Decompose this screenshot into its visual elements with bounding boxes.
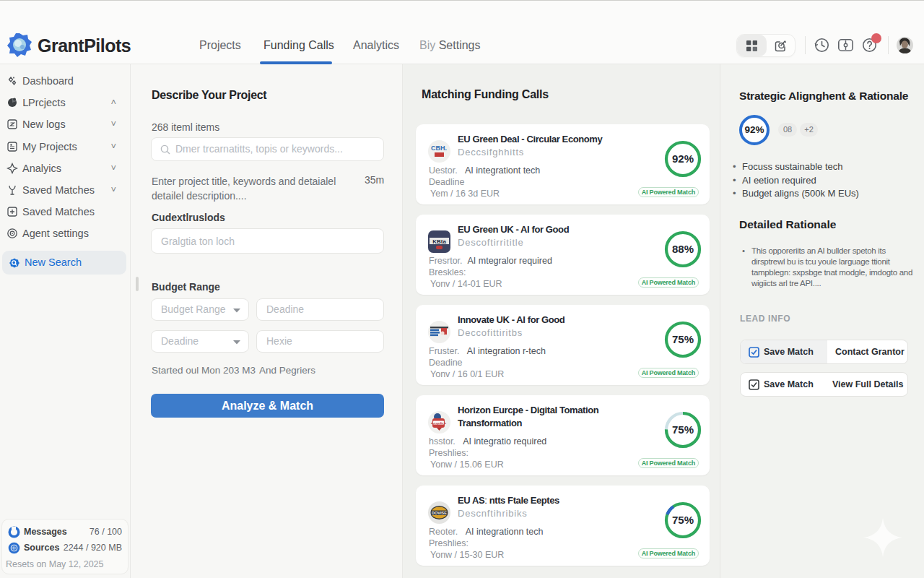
svg-text:KBta: KBta <box>432 238 446 245</box>
svg-text:eurcpdin's: eurcpdin's <box>431 421 447 425</box>
svg-text:DOVISE: DOVISE <box>432 511 447 515</box>
svg-text:CBH.: CBH. <box>431 144 447 152</box>
